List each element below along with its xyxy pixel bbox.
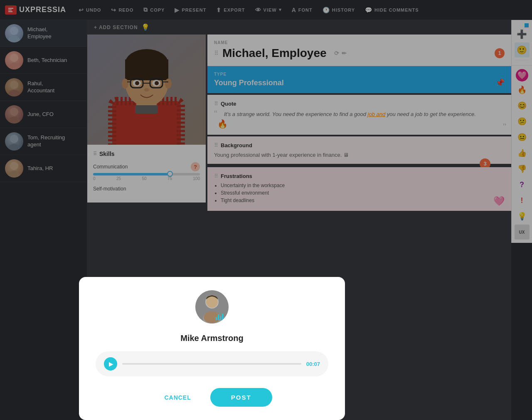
modal-actions: CANCEL POST — [96, 388, 328, 407]
wave-bar-5 — [224, 317, 225, 320]
post-button[interactable]: POST — [210, 388, 272, 407]
wave-bar-4 — [222, 314, 223, 320]
play-button[interactable]: ▶ — [104, 357, 117, 371]
cancel-button[interactable]: CANCEL — [152, 388, 203, 407]
audio-track[interactable] — [122, 363, 301, 365]
modal-user-name: Mike Armstrong — [96, 334, 328, 343]
modal-overlay: Mike Armstrong ▶ 00:07 CANCEL POST — [0, 0, 532, 420]
modal-card: Mike Armstrong ▶ 00:07 CANCEL POST — [79, 277, 345, 420]
wave-bar-1 — [216, 317, 217, 320]
audio-waves — [216, 314, 225, 320]
audio-time: 00:07 — [306, 361, 320, 367]
play-icon: ▶ — [109, 361, 113, 367]
modal-avatar — [195, 290, 229, 324]
audio-player: ▶ 00:07 — [96, 351, 328, 376]
wave-bar-2 — [218, 314, 219, 320]
wave-bar-3 — [220, 316, 221, 320]
modal-avatar-container — [96, 290, 328, 329]
